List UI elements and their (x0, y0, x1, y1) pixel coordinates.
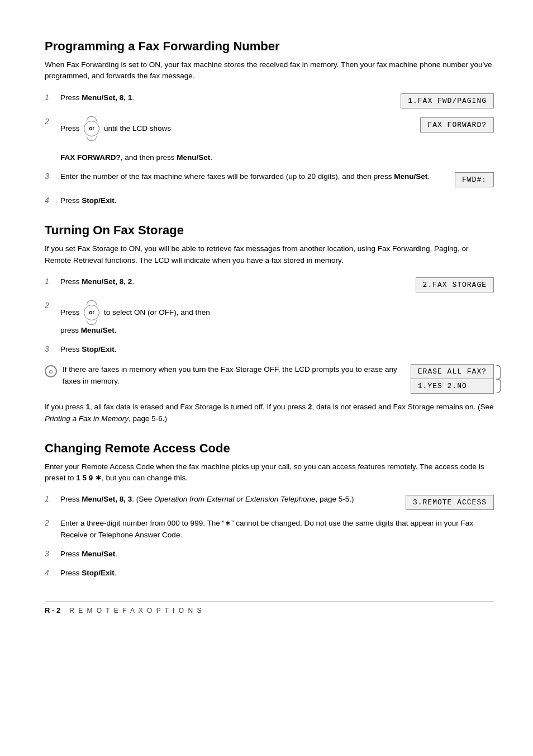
or-arc-top (87, 116, 97, 121)
or-arc-bottom (87, 136, 97, 141)
lcd-display-2: 1.YES 2.NO (411, 379, 494, 394)
step-1-3: 3 Enter the number of the fax machine wh… (45, 171, 494, 187)
or-button: or (84, 116, 99, 141)
step-number: 4 (45, 196, 56, 205)
lcd-display-1: ERASE ALL FAX? (411, 364, 494, 379)
footer-page-ref: R - 2 (45, 606, 60, 615)
step-content: Press Stop/Exit. (60, 195, 494, 206)
step-3-3: 3 Press Menu/Set. (45, 549, 494, 560)
step-2-2: 2 Press or to select ON (or OFF), and th… (45, 300, 494, 336)
step-number: 2 (45, 518, 56, 527)
step-1-1-lcd: 1.FAX FWD/PAGING (401, 93, 494, 108)
step-3-2: 2 Enter a three-digit number from 000 to… (45, 518, 494, 541)
note-row: ○ If there are faxes in memory when you … (45, 364, 494, 394)
step-number: 2 (45, 117, 56, 126)
step-content: Press Stop/Exit. (60, 568, 494, 579)
note-content-wrapper: If there are faxes in memory when you tu… (63, 364, 494, 394)
lcd-display: 2.FAX STORAGE (416, 277, 494, 292)
step-content: Press Menu/Set, 8, 1. (60, 92, 389, 103)
step-content: Press or until the LCD shows FAX FORWARD… (60, 116, 409, 164)
note-text: If there are faxes in memory when you tu… (63, 364, 402, 387)
lcd-display: 1.FAX FWD/PAGING (401, 93, 494, 108)
lcd-display: FAX FORWARD? (420, 117, 494, 133)
section-fax-storage: Turning On Fax Storage If you set Fax St… (45, 223, 494, 424)
note-lcd-group: ERASE ALL FAX? 1.YES 2.NO (411, 364, 494, 394)
step-content: Press Menu/Set. (60, 549, 494, 560)
lcd-display: 3.REMOTE ACCESS (406, 495, 494, 510)
step-1-3-lcd: FWD#: (455, 172, 494, 187)
note-icon: ○ (45, 365, 57, 377)
step-3-1: 1 Press Menu/Set, 8, 3. (See Operation f… (45, 494, 494, 510)
step-1-1-left: 1 Press Menu/Set, 8, 1. (45, 92, 389, 103)
step-2-1-lcd: 2.FAX STORAGE (416, 277, 494, 292)
footer-section-label: R E M O T E F A X O P T I O N S (69, 607, 202, 615)
step-3-1-left: 1 Press Menu/Set, 8, 3. (See Operation f… (45, 494, 394, 505)
section-fax-forwarding: Programming a Fax Forwarding Number When… (45, 39, 494, 206)
or-arc-bottom (87, 320, 97, 325)
or-circle-label: or (84, 305, 99, 320)
step-3-4: 4 Press Stop/Exit. (45, 568, 494, 579)
step-content: Press Stop/Exit. (60, 344, 494, 355)
section1-title: Programming a Fax Forwarding Number (45, 39, 494, 54)
step-1-4: 4 Press Stop/Exit. (45, 195, 494, 206)
step-1-2: 2 Press or until the LCD shows FAX FORWA… (45, 116, 494, 164)
step-number: 2 (45, 301, 56, 310)
step-1-2-lcd: FAX FORWARD? (420, 117, 494, 133)
step-content: Press Menu/Set, 8, 2. (60, 276, 404, 287)
step-content: Enter the number of the fax machine wher… (60, 171, 444, 182)
step-number: 3 (45, 344, 56, 353)
section2-intro: If you set Fax Storage to ON, you will b… (45, 243, 494, 266)
section-remote-access: Changing Remote Access Code Enter your R… (45, 441, 494, 579)
section2-body: If you press 1, all fax data is erased a… (45, 401, 494, 424)
section1-intro: When Fax Forwarding is set to ON, your f… (45, 59, 494, 82)
or-button: or (84, 300, 99, 325)
lcd-display: FWD#: (455, 172, 494, 187)
step-2-3: 3 Press Stop/Exit. (45, 344, 494, 355)
step-2-1-left: 1 Press Menu/Set, 8, 2. (45, 276, 404, 287)
step-content: Press Menu/Set, 8, 3. (See Operation fro… (60, 494, 394, 505)
step-content: Press or to select ON (or OFF), and then… (60, 300, 494, 336)
step-number: 1 (45, 494, 56, 503)
step-number: 1 (45, 93, 56, 102)
step-2-1: 1 Press Menu/Set, 8, 2. 2.FAX STORAGE (45, 276, 494, 292)
step-number: 1 (45, 277, 56, 286)
step-3-1-lcd: 3.REMOTE ACCESS (406, 495, 494, 510)
or-circle-label: or (84, 121, 99, 136)
page-footer: R - 2 R E M O T E F A X O P T I O N S (45, 601, 494, 615)
step-content: Enter a three-digit number from 000 to 9… (60, 518, 494, 541)
step-1-2-left: 2 Press or until the LCD shows FAX FORWA… (45, 116, 409, 164)
section2-title: Turning On Fax Storage (45, 223, 494, 238)
curly-brace (495, 364, 502, 394)
step-number: 3 (45, 172, 56, 181)
section3-title: Changing Remote Access Code (45, 441, 494, 456)
step-1-3-left: 3 Enter the number of the fax machine wh… (45, 171, 444, 182)
or-arc-top (87, 300, 97, 305)
step-1-1: 1 Press Menu/Set, 8, 1. 1.FAX FWD/PAGING (45, 92, 494, 108)
step-number: 4 (45, 568, 56, 577)
step-number: 3 (45, 549, 56, 558)
section3-intro: Enter your Remote Access Code when the f… (45, 461, 494, 484)
